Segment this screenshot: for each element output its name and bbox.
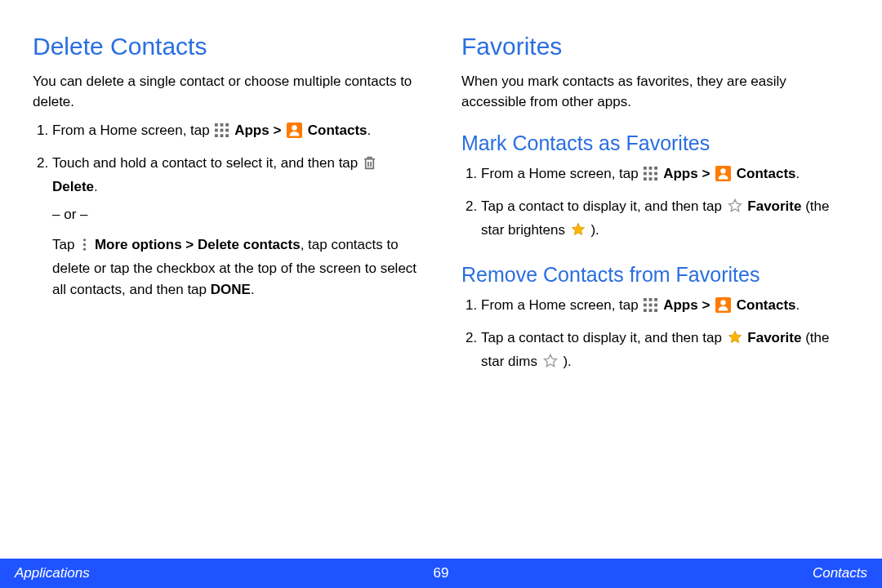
svg-rect-28 — [655, 304, 658, 307]
favorite-label: Favorite — [747, 198, 801, 214]
period: . — [251, 282, 255, 297]
remove-steps: From a Home screen, tap Apps > Contacts.… — [461, 295, 849, 375]
svg-rect-27 — [649, 304, 653, 307]
svg-rect-2 — [226, 123, 229, 127]
text: ). — [587, 222, 599, 238]
heading-favorites: Favorites — [461, 33, 849, 60]
text: Tap a contact to display it, and then ta… — [481, 198, 726, 214]
contact-icon — [715, 297, 731, 313]
delete-step-1: From a Home screen, tap Apps > Contacts. — [52, 120, 421, 144]
svg-rect-23 — [644, 298, 647, 301]
remove-step-2: Tap a contact to display it, and then ta… — [481, 327, 849, 376]
svg-point-9 — [292, 126, 296, 131]
gt: > — [702, 297, 714, 313]
svg-rect-25 — [655, 298, 658, 301]
svg-rect-6 — [215, 135, 218, 138]
svg-rect-17 — [649, 172, 653, 176]
favorites-intro: When you mark contacts as favorites, the… — [461, 72, 849, 112]
svg-rect-8 — [226, 135, 229, 138]
contacts-label: Contacts — [737, 297, 796, 313]
text: ). — [559, 354, 572, 369]
svg-rect-13 — [644, 167, 647, 170]
footer-page-number: 69 — [434, 565, 449, 581]
svg-rect-30 — [649, 310, 653, 313]
contacts-label: Contacts — [737, 166, 796, 181]
svg-rect-15 — [655, 167, 658, 170]
svg-rect-21 — [655, 178, 658, 181]
delete-step-2: Touch and hold a contact to select it, a… — [52, 153, 421, 301]
svg-point-10 — [83, 238, 86, 241]
star-dim-icon — [543, 354, 558, 375]
text: From a Home screen, tap — [52, 122, 213, 138]
period: . — [94, 179, 98, 194]
svg-rect-5 — [226, 129, 229, 132]
delete-intro: You can delete a single contact or choos… — [33, 72, 421, 112]
page-footer: Applications 69 Contacts — [0, 559, 882, 588]
trash-icon — [363, 155, 376, 176]
heading-delete-contacts: Delete Contacts — [33, 33, 421, 60]
contacts-label: Contacts — [308, 122, 368, 138]
apps-label: Apps — [663, 297, 698, 313]
heading-mark-favorites: Mark Contacts as Favorites — [461, 131, 849, 155]
right-column: Favorites When you mark contacts as favo… — [461, 33, 849, 383]
gt: > — [702, 166, 714, 181]
svg-rect-18 — [655, 172, 658, 176]
svg-rect-20 — [649, 178, 653, 181]
svg-rect-16 — [644, 172, 647, 176]
footer-section-right: Contacts — [813, 565, 867, 581]
delete-step-2-alt: Tap More options > Delete contacts, tap … — [52, 234, 421, 301]
remove-step-1: From a Home screen, tap Apps > Contacts. — [481, 295, 849, 318]
delete-label: Delete — [52, 179, 94, 194]
apps-label: Apps — [234, 122, 270, 138]
mark-step-2: Tap a contact to display it, and then ta… — [481, 196, 849, 244]
period: . — [796, 297, 800, 313]
delete-steps: From a Home screen, tap Apps > Contacts.… — [33, 120, 421, 301]
more-options-icon — [80, 237, 89, 258]
svg-point-12 — [83, 247, 86, 250]
svg-rect-29 — [644, 310, 647, 313]
svg-rect-0 — [215, 123, 218, 127]
apps-label: Apps — [663, 166, 698, 181]
svg-rect-3 — [215, 129, 218, 132]
heading-remove-favorites: Remove Contacts from Favorites — [461, 263, 849, 287]
text: Touch and hold a contact to select it, a… — [52, 155, 362, 171]
mark-steps: From a Home screen, tap Apps > Contacts.… — [461, 163, 849, 243]
apps-grid-icon — [644, 297, 657, 318]
svg-rect-1 — [220, 123, 224, 127]
gt: > — [273, 122, 285, 138]
svg-rect-7 — [220, 135, 224, 138]
done-label: DONE — [211, 282, 251, 297]
svg-point-32 — [720, 301, 725, 305]
text: Tap — [52, 237, 78, 252]
contact-icon — [715, 166, 731, 181]
period: . — [796, 166, 800, 181]
star-fill-icon — [728, 330, 742, 351]
svg-point-11 — [83, 243, 86, 245]
or-divider: – or – — [52, 204, 421, 225]
star-fill-icon — [571, 222, 586, 243]
more-options-label: More options > Delete contacts — [95, 237, 301, 252]
favorite-label: Favorite — [747, 330, 801, 345]
period: . — [368, 122, 372, 138]
svg-point-22 — [720, 169, 725, 174]
apps-grid-icon — [644, 166, 657, 187]
svg-rect-19 — [644, 178, 647, 181]
left-column: Delete Contacts You can delete a single … — [33, 33, 421, 383]
svg-rect-14 — [649, 167, 653, 170]
mark-step-1: From a Home screen, tap Apps > Contacts. — [481, 163, 849, 187]
manual-page: Delete Contacts You can delete a single … — [0, 0, 882, 588]
text: Tap a contact to display it, and then ta… — [481, 330, 726, 345]
footer-section-left: Applications — [15, 565, 90, 581]
svg-rect-24 — [649, 298, 653, 301]
svg-rect-4 — [220, 129, 224, 132]
apps-grid-icon — [215, 122, 229, 144]
text: From a Home screen, tap — [481, 297, 642, 313]
contact-icon — [287, 122, 302, 138]
text: From a Home screen, tap — [481, 166, 642, 181]
svg-rect-26 — [644, 304, 647, 307]
star-outline-icon — [728, 198, 742, 220]
svg-rect-31 — [655, 310, 658, 313]
